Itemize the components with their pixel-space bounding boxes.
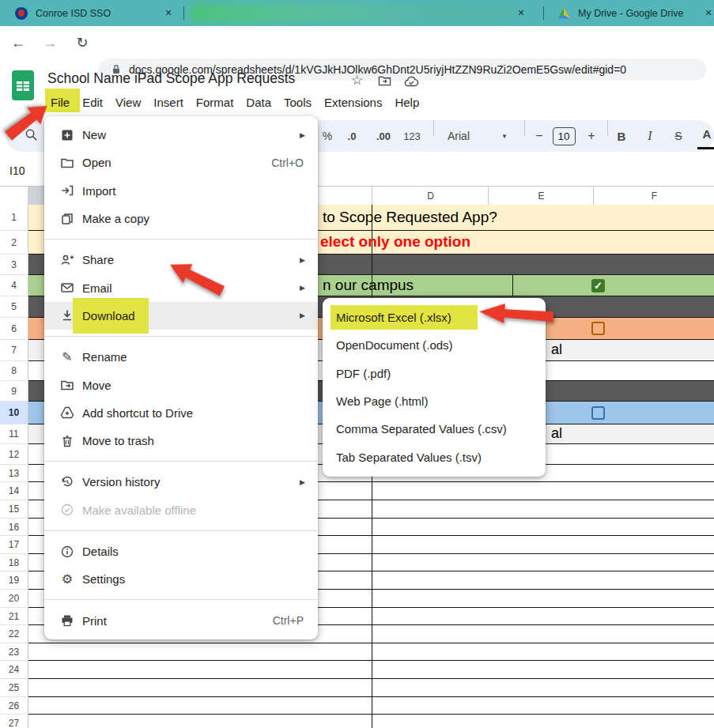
file-menu-item-settings[interactable]: ⚙Settings: [44, 565, 318, 593]
row-header-10[interactable]: 10: [0, 402, 28, 424]
download-option-opendocument-ods-[interactable]: OpenDocument (.ods): [323, 331, 546, 359]
sheet-row-27[interactable]: [28, 715, 714, 728]
back-button[interactable]: ←: [8, 32, 28, 53]
download-option-comma-separated-values-csv-[interactable]: Comma Separated Values (.csv): [323, 415, 546, 443]
row-header-12[interactable]: 12: [0, 444, 28, 465]
file-menu-item-move[interactable]: Move: [44, 371, 318, 398]
file-menu-item-open[interactable]: OpenCtrl+O: [44, 149, 318, 176]
row-header-18[interactable]: 18: [0, 554, 28, 571]
file-menu-item-move-to-trash[interactable]: Move to trash: [44, 427, 318, 455]
row-header-21[interactable]: 21: [0, 608, 28, 625]
rename-icon: ✎: [60, 350, 74, 364]
document-title[interactable]: School Name iPad Scope App Requests: [47, 70, 295, 87]
browser-tab-3[interactable]: My Drive - Google Drive: [549, 2, 714, 24]
row-header-2[interactable]: 2: [0, 231, 28, 255]
font-dropdown-icon[interactable]: ▼: [498, 120, 511, 152]
tab-close-icon[interactable]: ×: [701, 4, 714, 21]
cell-text-row-2: elect only one option: [320, 231, 470, 255]
row-header-22[interactable]: 22: [0, 625, 28, 643]
italic-button[interactable]: I: [640, 120, 659, 152]
row-header-24[interactable]: 24: [0, 661, 28, 679]
corner-cell[interactable]: [0, 187, 28, 206]
checkbox-checked-row-4[interactable]: ✓: [591, 279, 605, 292]
more-formats-button[interactable]: 123: [400, 120, 424, 152]
sheet-row-25[interactable]: [28, 679, 714, 697]
row-header-25[interactable]: 25: [0, 679, 28, 697]
google-sheets-logo[interactable]: [11, 70, 35, 101]
decrease-font-size-button[interactable]: −: [530, 120, 549, 152]
file-menu-item-version-history[interactable]: Version history▶: [44, 468, 318, 496]
row-header-13[interactable]: 13: [0, 465, 28, 482]
row-header-26[interactable]: 26: [0, 697, 28, 715]
row-header-16[interactable]: 16: [0, 519, 28, 536]
increase-font-size-button[interactable]: +: [582, 120, 601, 152]
font-size-value[interactable]: 10: [553, 127, 576, 145]
sheet-row-24[interactable]: [28, 661, 714, 679]
file-menu-item-new[interactable]: New▶: [44, 121, 318, 149]
file-menu-item-print[interactable]: PrintCtrl+P: [44, 606, 318, 634]
name-box[interactable]: I10: [9, 155, 25, 186]
row-header-4[interactable]: 4: [0, 275, 28, 296]
browser-tab-2[interactable]: [188, 2, 544, 24]
menubar-item-view[interactable]: View: [109, 92, 147, 112]
file-menu-item-import[interactable]: Import: [44, 177, 318, 205]
file-menu-item-download[interactable]: Download▶: [44, 302, 318, 330]
sheet-row-23[interactable]: [28, 643, 714, 661]
row-header-6[interactable]: 6: [0, 318, 28, 340]
row-header-7[interactable]: 7: [0, 340, 28, 361]
checkbox-unchecked-row-10[interactable]: [591, 406, 605, 420]
row-header-5[interactable]: 5: [0, 296, 28, 318]
row-header-11[interactable]: 11: [0, 424, 28, 444]
strikethrough-button[interactable]: S: [669, 120, 688, 152]
tab-close-icon[interactable]: ×: [513, 4, 529, 21]
menubar-item-format[interactable]: Format: [190, 92, 240, 112]
text-color-button[interactable]: A: [697, 120, 714, 149]
download-option-pdf-pdf-[interactable]: PDF (.pdf): [323, 360, 546, 387]
row-header-14[interactable]: 14: [0, 482, 28, 500]
row-header-9[interactable]: 9: [0, 381, 28, 402]
reload-button[interactable]: ↻: [72, 32, 93, 53]
menubar-item-help[interactable]: Help: [388, 92, 425, 112]
menubar-item-tools[interactable]: Tools: [278, 92, 318, 112]
menubar-item-edit[interactable]: Edit: [76, 92, 109, 112]
download-option-web-page-html-[interactable]: Web Page (.html): [323, 387, 546, 415]
file-menu-item-details[interactable]: Details: [44, 538, 318, 565]
row-header-27[interactable]: 27: [0, 715, 28, 728]
row-header-1[interactable]: 1: [0, 205, 28, 231]
move-to-folder-icon[interactable]: [378, 75, 391, 87]
column-header-e[interactable]: E: [488, 187, 594, 206]
checkbox-unchecked-row-6[interactable]: [591, 322, 605, 335]
tab-close-icon[interactable]: ×: [161, 4, 176, 21]
row-header-23[interactable]: 23: [0, 643, 28, 661]
bold-button[interactable]: B: [612, 120, 631, 152]
row-header-20[interactable]: 20: [0, 590, 28, 608]
row-header-17[interactable]: 17: [0, 536, 28, 554]
row-header-8[interactable]: 8: [0, 361, 28, 381]
increase-decimal-button[interactable]: .00: [372, 120, 395, 152]
browser-tab-1[interactable]: Conroe ISD SSO: [6, 2, 183, 24]
file-menu-item-add-shortcut-to-drive[interactable]: Add shortcut to Drive: [44, 399, 318, 427]
column-a-header-stub[interactable]: [28, 187, 44, 206]
format-percent-button[interactable]: %: [318, 120, 337, 152]
font-name-selector[interactable]: Arial: [440, 120, 478, 152]
menubar-item-insert[interactable]: Insert: [147, 92, 190, 112]
font-size-field[interactable]: 10: [552, 120, 576, 152]
row-header-3[interactable]: 3: [0, 255, 28, 275]
file-menu-item-rename[interactable]: ✎Rename: [44, 343, 318, 371]
star-icon[interactable]: ☆: [351, 74, 363, 87]
row-header-15[interactable]: 15: [0, 500, 28, 519]
submenu-item-label: Tab Separated Values (.tsv): [336, 451, 482, 464]
cloud-saved-icon[interactable]: [404, 75, 419, 87]
file-menu-item-make-a-copy[interactable]: Make a copy: [44, 205, 318, 232]
row-header-19[interactable]: 19: [0, 571, 28, 590]
forward-button[interactable]: →: [40, 32, 60, 53]
column-header-f[interactable]: F: [593, 187, 714, 206]
file-menu-item-make-available-offline[interactable]: Make available offline: [44, 496, 318, 524]
column-header-d[interactable]: D: [372, 187, 489, 206]
download-option-tab-separated-values-tsv-[interactable]: Tab Separated Values (.tsv): [323, 443, 546, 470]
decrease-decimal-button[interactable]: .0: [342, 120, 362, 152]
menubar-item-data[interactable]: Data: [240, 92, 278, 112]
print-icon: [60, 613, 74, 628]
menubar-item-extensions[interactable]: Extensions: [318, 92, 388, 112]
sheet-row-26[interactable]: [28, 697, 714, 715]
